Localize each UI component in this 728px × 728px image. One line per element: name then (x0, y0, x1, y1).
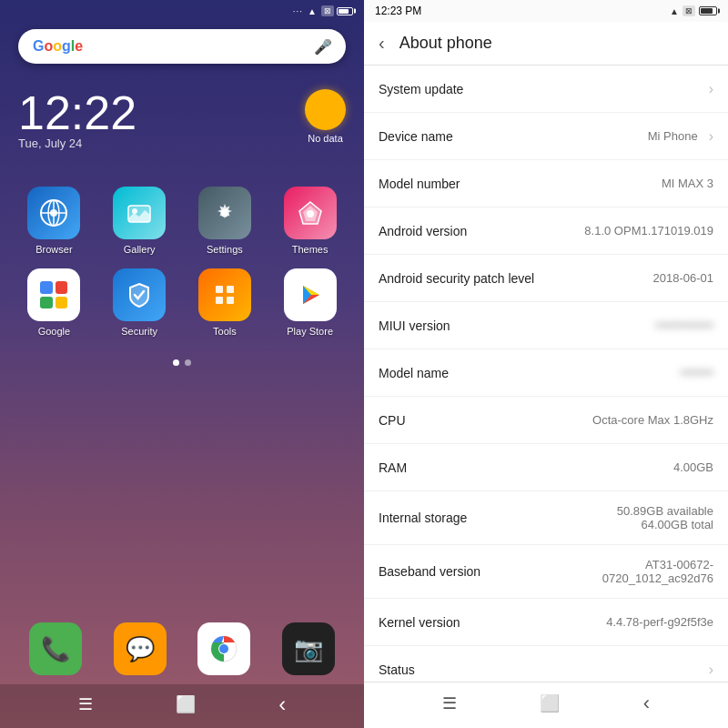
wifi-icon-left: ▲ (308, 6, 317, 16)
app-security[interactable]: Security (104, 268, 176, 337)
tools-icon (198, 268, 251, 321)
dock-chrome[interactable] (197, 622, 250, 675)
nav-back-right[interactable]: ‹ (643, 692, 650, 715)
security-label: Security (121, 326, 157, 337)
clock-time: 12:22 (18, 89, 136, 136)
app-playstore[interactable]: Play Store (274, 268, 346, 337)
status-bar-left: ··· ▲ ⊠ (0, 0, 364, 22)
settings-label: Settings (207, 244, 243, 255)
svg-point-22 (219, 644, 228, 653)
browser-icon (27, 187, 80, 239)
app-settings[interactable]: Settings (189, 187, 261, 255)
chevron-system-update: › (709, 81, 713, 97)
screen-record-right: ⊠ (682, 5, 695, 16)
nav-menu-left[interactable]: ☰ (78, 694, 93, 714)
svg-point-6 (132, 208, 137, 214)
settings-item-kernel[interactable]: Kernel version 4.4.78-perf-g92f5f3e (364, 599, 728, 646)
app-header: ‹ About phone (364, 22, 728, 66)
page-dot-1 (173, 359, 179, 366)
settings-list: System update › Device name Mi Phone › M… (364, 66, 728, 682)
svg-rect-12 (227, 286, 234, 293)
security-icon (113, 268, 166, 321)
browser-label: Browser (35, 244, 72, 255)
clock-area: 12:22 Tue, July 24 No data (0, 71, 364, 155)
nav-home-right[interactable]: ⬜ (540, 693, 560, 713)
playstore-icon (284, 268, 337, 321)
svg-point-10 (307, 210, 314, 217)
settings-item-cpu[interactable]: CPU Octa-core Max 1.8GHz (364, 397, 728, 444)
google-search-bar[interactable]: Google 🎤 (18, 29, 346, 64)
weather-widget: No data (305, 89, 346, 144)
settings-item-baseband[interactable]: Baseband version AT31-00672- 0720_1012_a… (364, 545, 728, 599)
home-screen: ··· ▲ ⊠ Google 🎤 12:22 Tue, July 24 No d… (0, 0, 364, 728)
battery-right (699, 6, 717, 15)
app-google[interactable]: Google (18, 268, 90, 337)
settings-item-storage[interactable]: Internal storage 50.89GB available 64.00… (364, 491, 728, 545)
settings-item-ram[interactable]: RAM 4.00GB (364, 444, 728, 491)
app-themes[interactable]: Themes (274, 187, 346, 255)
app-browser[interactable]: Browser (18, 187, 90, 255)
nav-home-left[interactable]: ⬜ (176, 694, 196, 714)
nav-bar-right: ☰ ⬜ ‹ (364, 682, 728, 728)
google-logo: Google (33, 38, 83, 55)
svg-rect-14 (227, 297, 234, 304)
gallery-label: Gallery (124, 244, 156, 255)
baseband-value: AT31-00672- 0720_1012_ac92d76 (602, 558, 713, 585)
time-right: 12:23 PM (375, 5, 421, 17)
tools-label: Tools (213, 326, 237, 337)
nav-bar-left: ☰ ⬜ ‹ (0, 684, 364, 728)
screen-record-icon: ⊠ (321, 5, 334, 16)
nav-menu-right[interactable]: ☰ (442, 693, 457, 713)
chevron-device-name: › (709, 128, 713, 145)
storage-value: 50.89GB available 64.00GB total (617, 504, 713, 531)
themes-label: Themes (292, 244, 329, 255)
status-icons-left: ··· ▲ ⊠ (293, 5, 353, 16)
settings-item-device-name[interactable]: Device name Mi Phone › (364, 113, 728, 160)
svg-rect-13 (216, 297, 223, 304)
weather-icon (305, 89, 346, 130)
signal-icon: ··· (293, 6, 303, 16)
battery-icon-left (337, 7, 353, 15)
dock-camera[interactable]: 📷 (282, 622, 335, 675)
settings-item-model-number[interactable]: Model number MI MAX 3 (364, 160, 728, 207)
header-title: About phone (399, 34, 492, 53)
dock-messages[interactable]: 💬 (114, 622, 167, 675)
app-grid: Browser Gallery Settings (0, 173, 364, 350)
svg-point-4 (50, 209, 57, 217)
dock-phone[interactable]: 📞 (29, 622, 82, 675)
chevron-status: › (709, 662, 713, 678)
settings-item-system-update[interactable]: System update › (364, 66, 728, 113)
playstore-label: Play Store (287, 326, 333, 337)
gallery-icon (113, 187, 166, 239)
status-bar-right: 12:23 PM ▲ ⊠ (364, 0, 728, 22)
page-dot-2 (185, 359, 191, 366)
settings-item-android-version[interactable]: Android version 8.1.0 OPM1.171019.019 (364, 207, 728, 255)
settings-item-model-name[interactable]: Model name •••••••• (364, 349, 728, 397)
themes-icon (284, 187, 337, 239)
app-tools[interactable]: Tools (189, 268, 261, 337)
page-indicators (0, 350, 364, 375)
settings-item-status[interactable]: Status › (364, 646, 728, 682)
settings-item-miui-version[interactable]: MIUI version •••••••••••••• (364, 302, 728, 349)
app-gallery[interactable]: Gallery (104, 187, 176, 255)
settings-icon (198, 187, 251, 239)
wifi-icon-right: ▲ (670, 6, 679, 16)
weather-no-data: No data (308, 133, 343, 144)
svg-rect-11 (216, 286, 223, 293)
dock: 📞 💬 📷 (0, 613, 364, 684)
about-phone-screen: 12:23 PM ▲ ⊠ ‹ About phone System update… (364, 0, 728, 728)
mic-icon[interactable]: 🎤 (315, 38, 331, 55)
google-apps-icon (27, 268, 80, 321)
back-button[interactable]: ‹ (379, 33, 385, 54)
settings-item-security-patch[interactable]: Android security patch level 2018-06-01 (364, 255, 728, 302)
status-icons-right: ▲ ⊠ (670, 5, 717, 16)
google-label: Google (38, 326, 70, 337)
nav-back-left[interactable]: ‹ (278, 692, 286, 717)
